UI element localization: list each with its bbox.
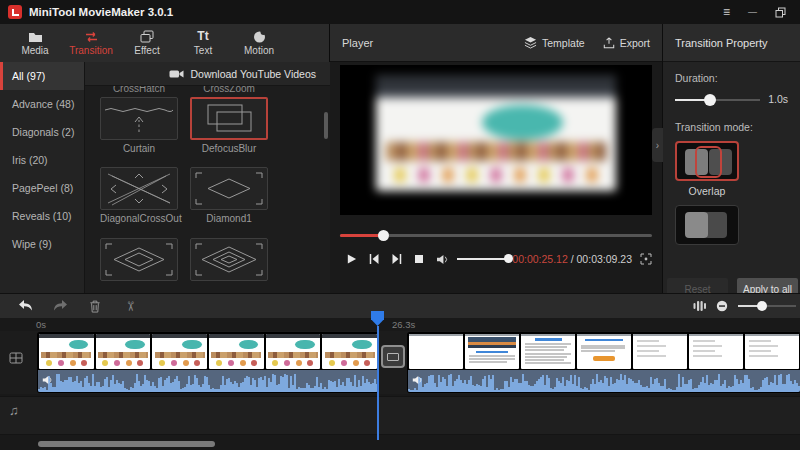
maximize-icon[interactable]: [775, 7, 786, 18]
seek-bar[interactable]: [340, 229, 652, 241]
transition-item-diamond1[interactable]: [190, 167, 268, 210]
category-iris[interactable]: Iris (20): [0, 146, 84, 174]
volume-handle[interactable]: [504, 254, 513, 263]
transition-label-crosshatch: CrossHatch: [100, 86, 178, 94]
delete-button[interactable]: [85, 300, 105, 313]
template-button[interactable]: Template: [524, 36, 585, 49]
blurred-webpage-frame: [366, 69, 626, 205]
text-tool-icon: Tt: [197, 30, 208, 43]
total-time: 00:03:09.23: [577, 253, 632, 265]
transition-category-list: All (97) Advance (48) Diagonals (2) Iris…: [0, 62, 85, 293]
clip-thumbnail: [689, 334, 743, 369]
titlebar: MiniTool MovieMaker 3.0.1 ≡ —: [0, 0, 800, 24]
clip-audio-icon: [412, 375, 423, 385]
mode-option-prefix[interactable]: [675, 205, 739, 245]
transition-item-partial-2[interactable]: [190, 238, 268, 281]
volume-slider[interactable]: [457, 254, 512, 264]
transitions-scrollbar[interactable]: [324, 112, 328, 139]
fit-timeline-icon[interactable]: [693, 300, 706, 312]
app-logo-icon: [8, 5, 22, 19]
redo-button[interactable]: [50, 300, 70, 312]
previous-frame-button[interactable]: [363, 253, 386, 265]
category-all[interactable]: All (97): [0, 62, 84, 90]
category-advance[interactable]: Advance (48): [0, 90, 84, 118]
timeline-zoom-slider[interactable]: [738, 300, 796, 312]
timeline-ruler[interactable]: 0s 26.3s: [0, 318, 800, 332]
seek-handle[interactable]: [378, 230, 389, 241]
audio-track-icon: ♫: [9, 403, 19, 418]
clip-thumbnail: [577, 334, 631, 369]
duration-value: 1.0s: [768, 93, 788, 105]
transition-mode-label: Transition mode:: [675, 121, 788, 133]
clip-thumbnail: [465, 334, 519, 369]
window-controls: ≡ —: [723, 6, 792, 18]
clip-audio-icon: [42, 375, 53, 385]
timeline: 0s 26.3s ♫: [0, 318, 800, 450]
timecode: 00:00:25.12 / 00:03:09.23: [512, 253, 632, 265]
export-button[interactable]: Export: [603, 36, 650, 49]
timeline-horizontal-scrollbar[interactable]: [38, 441, 215, 447]
video-track-icon: [9, 352, 23, 364]
playback-controls: 00:00:25.12 / 00:03:09.23: [340, 246, 652, 272]
minimize-icon[interactable]: —: [748, 6, 757, 18]
stop-button[interactable]: [408, 254, 431, 264]
tab-effect[interactable]: Effect: [122, 30, 172, 56]
timeline-transition-indicator[interactable]: [381, 345, 405, 368]
clip1-waveform: [38, 370, 378, 392]
timeline-zoom-handle[interactable]: [757, 301, 767, 311]
play-button[interactable]: [340, 253, 363, 265]
transition-label-crosszoom: CrossZoom: [190, 86, 268, 94]
menu-icon[interactable]: ≡: [723, 6, 730, 18]
duration-slider[interactable]: 1.0s: [675, 93, 788, 107]
transition-item-partial-1[interactable]: [100, 238, 178, 281]
split-button[interactable]: ✂: [120, 300, 140, 313]
transition-item-diagonalcrossout[interactable]: [100, 167, 178, 210]
property-panel-title: Transition Property: [663, 24, 800, 62]
category-pagepeel[interactable]: PagePeel (8): [0, 174, 84, 202]
media-tabbar: Media Transition Effect Tt Text Motion: [0, 24, 330, 62]
transition-item-defocusblur[interactable]: [190, 97, 268, 140]
scissors-icon: ✂: [124, 301, 137, 312]
mode-option-overlap[interactable]: [675, 141, 739, 181]
duration-handle[interactable]: [704, 94, 716, 106]
transition-property-panel: Transition Property Duration: 1.0s Trans…: [662, 24, 800, 293]
tab-text[interactable]: Tt Text: [178, 30, 228, 56]
timeline-clip-2[interactable]: [408, 333, 800, 392]
clip-thumbnail: [209, 334, 264, 369]
volume-icon[interactable]: [431, 254, 454, 265]
transitions-panel: Download YouTube Videos CrossHatch Cross…: [85, 62, 330, 293]
category-diagonals[interactable]: Diagonals (2): [0, 118, 84, 146]
window-title: MiniTool MovieMaker 3.0.1: [29, 6, 173, 18]
category-wipe[interactable]: Wipe (9): [0, 230, 84, 258]
video-preview: [340, 65, 652, 215]
motion-icon: [253, 30, 266, 43]
fullscreen-button[interactable]: [640, 253, 652, 265]
zoom-out-icon[interactable]: [716, 300, 728, 312]
transition-arrows-icon: [84, 30, 99, 43]
playhead-line: [377, 326, 379, 440]
tab-motion[interactable]: Motion: [234, 30, 284, 56]
seek-progress-fill: [340, 234, 384, 237]
transition-item-curtain[interactable]: [100, 97, 178, 140]
download-youtube-button[interactable]: Download YouTube Videos: [85, 62, 330, 86]
camcorder-icon: [169, 69, 184, 79]
undo-button[interactable]: [15, 300, 35, 312]
clip2-thumbnails: [408, 333, 800, 370]
collapse-panel-button[interactable]: ›: [652, 128, 663, 162]
clip-thumbnail: [39, 334, 94, 369]
clip1-thumbnails: [38, 333, 378, 370]
timeline-clip-1[interactable]: [38, 333, 378, 392]
clip-thumbnail: [745, 334, 799, 369]
tab-transition[interactable]: Transition: [66, 30, 116, 56]
clip-thumbnail: [322, 334, 377, 369]
next-frame-button[interactable]: [385, 253, 408, 265]
category-reveals[interactable]: Reveals (10): [0, 202, 84, 230]
volume-fill: [457, 258, 508, 260]
clip-thumbnail: [96, 334, 151, 369]
duration-label: Duration:: [675, 72, 788, 84]
audio-track: [0, 396, 800, 435]
clip-thumbnail: [266, 334, 321, 369]
clip-thumbnail: [633, 334, 687, 369]
tab-media[interactable]: Media: [10, 30, 60, 56]
clip2-waveform: [408, 370, 800, 392]
